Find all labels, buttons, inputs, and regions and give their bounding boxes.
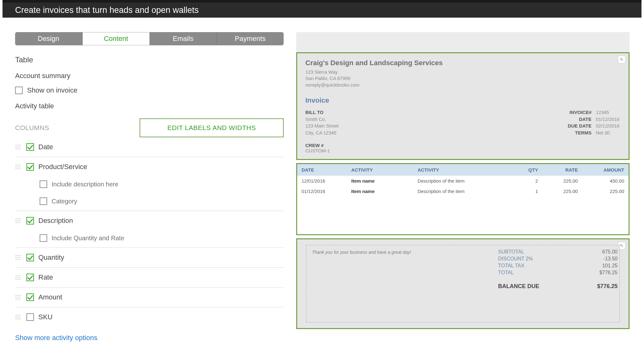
- edit-labels-widths-button[interactable]: EDIT LABELS AND WIDTHS: [140, 118, 284, 137]
- tab-strip: DesignContentEmailsPayments: [15, 32, 284, 45]
- column-label: SKU: [38, 313, 53, 321]
- preview-items-block[interactable]: DATE ACTIVITY ACTIVITY QTY RATE AMOUNT 1…: [296, 163, 630, 235]
- section-table-label: Table: [15, 55, 284, 64]
- column-checkbox[interactable]: [26, 293, 34, 301]
- column-item: Amount: [15, 287, 284, 307]
- title-bar: Create invoices that turn heads and open…: [3, 0, 641, 18]
- page-title: Create invoices that turn heads and open…: [15, 5, 199, 15]
- company-name: Craig's Design and Landscaping Services: [305, 59, 620, 67]
- drag-handle-icon[interactable]: [15, 255, 21, 260]
- column-label: Amount: [38, 293, 62, 301]
- columns-list: DateProduct/ServiceInclude description h…: [15, 137, 284, 327]
- drag-handle-icon[interactable]: [15, 164, 21, 170]
- invoice-meta: INVOICE#12345 DATE01/12/2016 DUE DATE02/…: [557, 109, 620, 136]
- preview-footer-block[interactable]: ✎ Thank you for your business and have a…: [296, 238, 630, 329]
- column-label: Product/Service: [38, 163, 87, 171]
- column-label: Rate: [38, 273, 53, 281]
- column-checkbox[interactable]: [26, 217, 34, 224]
- pencil-icon[interactable]: ✎: [618, 56, 625, 63]
- column-item: Rate: [15, 268, 284, 287]
- company-address: 123 Sierra Way San Pablo, CA 87999 norep…: [305, 69, 620, 88]
- drag-handle-icon[interactable]: [15, 144, 21, 150]
- column-item: DescriptionInclude Quantity and Rate: [15, 211, 284, 248]
- column-checkbox[interactable]: [26, 254, 34, 261]
- totals-block: SUBTOTAL675.00 DISCOUNT 2%-13.50 TOTAL T…: [498, 248, 618, 290]
- left-panel: DesignContentEmailsPayments Table Accoun…: [15, 32, 284, 342]
- column-item: Product/ServiceInclude description hereC…: [15, 157, 284, 211]
- preview-top-spacer: [296, 32, 630, 52]
- sub-option-label: Include description here: [52, 181, 118, 188]
- drag-handle-icon[interactable]: [15, 294, 21, 300]
- items-table: DATE ACTIVITY ACTIVITY QTY RATE AMOUNT 1…: [297, 164, 629, 196]
- columns-heading: COLUMNS: [15, 124, 49, 132]
- drag-handle-icon[interactable]: [15, 275, 21, 280]
- sub-option-label: Include Quantity and Rate: [52, 235, 124, 242]
- table-row: 12/01/2016Item nameDescription of the it…: [297, 176, 629, 186]
- account-summary-label: Account summary: [15, 72, 284, 80]
- column-label: Date: [38, 143, 53, 151]
- sub-option-checkbox[interactable]: [40, 197, 47, 205]
- column-checkbox[interactable]: [26, 313, 34, 321]
- tab-payments[interactable]: Payments: [217, 32, 284, 45]
- drag-handle-icon[interactable]: [15, 218, 21, 224]
- column-checkbox[interactable]: [26, 143, 34, 151]
- bill-to-block: BILL TO Smith Co. 123 Main Street City, …: [305, 109, 339, 136]
- show-more-activity-link[interactable]: Show more activity options: [15, 334, 97, 342]
- tab-content[interactable]: Content: [82, 32, 150, 45]
- show-on-invoice-label: Show on invoice: [27, 86, 77, 94]
- table-row: 01/12/2016Item nameDescription of the it…: [297, 186, 629, 196]
- tab-emails[interactable]: Emails: [150, 32, 217, 45]
- invoice-heading: Invoice: [305, 96, 620, 105]
- drag-handle-icon[interactable]: [15, 314, 21, 320]
- column-checkbox[interactable]: [26, 274, 34, 281]
- sub-option-checkbox[interactable]: [40, 234, 47, 242]
- crew-block: CREW # CUSTOM-1: [305, 143, 620, 153]
- sub-option-label: Category: [52, 198, 77, 205]
- column-item: Date: [15, 137, 284, 157]
- column-label: Description: [38, 217, 73, 225]
- activity-table-label: Activity table: [15, 102, 284, 110]
- show-on-invoice-checkbox[interactable]: [15, 87, 23, 94]
- preview-header-block[interactable]: ✎ Craig's Design and Landscaping Service…: [296, 52, 630, 160]
- tab-design[interactable]: Design: [15, 32, 82, 45]
- column-item: Quantity: [15, 248, 284, 268]
- column-checkbox[interactable]: [26, 163, 34, 171]
- sub-option-checkbox[interactable]: [40, 180, 47, 188]
- column-item: SKU: [15, 307, 284, 327]
- invoice-preview: ✎ Craig's Design and Landscaping Service…: [296, 32, 630, 342]
- column-label: Quantity: [38, 253, 64, 262]
